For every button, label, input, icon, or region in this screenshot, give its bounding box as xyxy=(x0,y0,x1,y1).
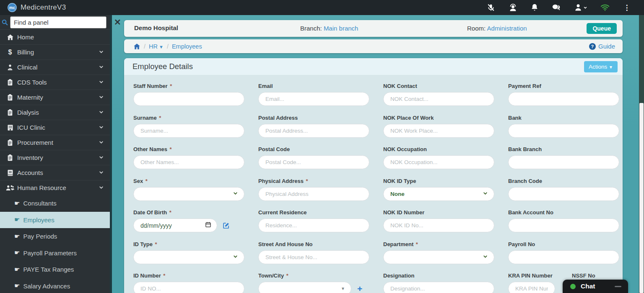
sidebar-subitem-payroll-parameters[interactable]: ☛Payroll Parameters xyxy=(0,245,110,262)
network-status-icon[interactable] xyxy=(600,3,610,12)
required-asterisk: * xyxy=(162,272,166,279)
scrollbar-thumb[interactable] xyxy=(639,103,644,293)
payroll-no-input[interactable] xyxy=(508,250,619,264)
chat-minimize-icon[interactable] xyxy=(615,286,621,287)
app-logo-icon: mc xyxy=(8,3,17,12)
field-date-of-birth: Date Of Birth *dd/mm/yyyy xyxy=(133,209,244,241)
breadcrumb: / HR▼ / Employees xyxy=(133,43,202,50)
town-city-select[interactable]: ▼ xyxy=(258,282,351,293)
designation-input[interactable] xyxy=(383,282,494,293)
postal-address-input[interactable] xyxy=(258,124,369,138)
nok-place-of-work-input[interactable] xyxy=(383,124,494,138)
vertical-scrollbar[interactable] xyxy=(639,15,644,293)
branch-info: Branch: Main branch xyxy=(300,25,358,32)
street-and-house-no-input[interactable] xyxy=(258,250,369,264)
other-names-input[interactable] xyxy=(133,155,244,169)
branch-code-input[interactable] xyxy=(508,187,619,201)
surname-input[interactable] xyxy=(133,124,244,138)
field-id-number: ID Number * xyxy=(133,272,244,293)
sidebar-subitem-pay-periods[interactable]: ☛Pay Periods xyxy=(0,228,110,245)
sidebar-item-label: Dialysis xyxy=(17,109,99,116)
field-label: Payroll No xyxy=(508,241,619,248)
guide-link[interactable]: ? Guide xyxy=(589,43,615,50)
hand-point-icon: ☛ xyxy=(14,200,20,207)
sidebar: Home$BillingClinicalCDS ToolsMaternityDi… xyxy=(0,15,110,293)
support-agent-icon[interactable] xyxy=(508,3,517,12)
payment-ref-input[interactable] xyxy=(508,92,619,106)
chevron-down-icon xyxy=(99,94,104,101)
id-number-input[interactable] xyxy=(133,282,244,293)
sidebar-item-clinical[interactable]: Clinical xyxy=(0,59,110,75)
field-label: Postal Code xyxy=(258,146,369,153)
sidebar-subitem-consultants[interactable]: ☛Consultants xyxy=(0,195,110,212)
chevron-down-icon xyxy=(99,64,104,71)
field-label: Other Names * xyxy=(133,146,244,153)
department-select[interactable] xyxy=(383,250,494,264)
breadcrumb-home-icon[interactable] xyxy=(133,43,140,50)
sidebar-item-label: Home xyxy=(17,33,104,41)
sidebar-nav: Home$BillingClinicalCDS ToolsMaternityDi… xyxy=(0,29,110,293)
sidebar-subitem-paye-tax-ranges[interactable]: ☛PAYE Tax Ranges xyxy=(0,261,110,278)
sidebar-item-maternity[interactable]: Maternity xyxy=(0,90,110,105)
current-residence-input[interactable] xyxy=(258,218,369,232)
sidebar-subitem-employees[interactable]: ☛Employees xyxy=(0,212,110,229)
sidebar-item-cds-tools[interactable]: CDS Tools xyxy=(0,75,110,90)
add-town-city-button[interactable]: + xyxy=(357,285,362,293)
kra-pin-number-input[interactable] xyxy=(508,282,555,293)
edit-date-icon[interactable] xyxy=(223,222,230,229)
actions-button[interactable]: Actions ▼ xyxy=(584,61,618,72)
main-content: ✕ Demo Hospital Branch: Main branch Room… xyxy=(110,15,644,293)
branch-link[interactable]: Main branch xyxy=(324,25,358,32)
bank-input[interactable] xyxy=(508,124,619,138)
room-link[interactable]: Administration xyxy=(487,25,527,32)
sidebar-item-procurement[interactable]: Procurement xyxy=(0,135,110,150)
employee-details-panel: Employee Details Actions ▼ Staff Number … xyxy=(124,58,623,293)
overflow-menu-icon[interactable]: ⋮ xyxy=(622,3,631,12)
physical-address-input[interactable] xyxy=(258,187,369,201)
nok-contact-input[interactable] xyxy=(383,92,494,106)
field-nok-place-of-work: NOK Place Of Work xyxy=(383,114,494,146)
email-input[interactable] xyxy=(258,92,369,106)
mic-muted-icon[interactable] xyxy=(486,3,496,12)
staff-number-input[interactable] xyxy=(133,92,244,106)
breadcrumb-item-hr[interactable]: HR▼ xyxy=(149,43,164,50)
breadcrumb-item-employees[interactable]: Employees xyxy=(172,43,202,50)
bank-branch-input[interactable] xyxy=(508,155,619,169)
field-label: Branch Code xyxy=(508,177,619,185)
field-label: Sex * xyxy=(133,177,244,185)
calendar-icon[interactable] xyxy=(205,221,211,229)
id-type-select[interactable] xyxy=(133,250,244,264)
field-kra-pin-number: KRA PIN Number xyxy=(508,272,555,293)
queue-button[interactable]: Queue xyxy=(587,23,617,34)
close-panel-icon[interactable]: ✕ xyxy=(114,17,121,27)
sidebar-subitem-salary-advances[interactable]: ☛Salary Advances xyxy=(0,278,110,293)
notifications-bell-icon[interactable] xyxy=(530,3,539,12)
nok-occupation-input[interactable] xyxy=(383,155,494,169)
bank-account-no-input[interactable] xyxy=(508,218,619,232)
field-other-names: Other Names * xyxy=(133,146,244,177)
nok-id-type-select[interactable]: None xyxy=(383,187,494,201)
search-input[interactable] xyxy=(10,16,106,28)
field-label: Email xyxy=(258,82,369,90)
field-current-residence: Current Residence xyxy=(258,209,369,241)
chat-widget[interactable]: Chat xyxy=(563,280,628,293)
postal-code-input[interactable] xyxy=(258,155,369,169)
sidebar-item-billing[interactable]: $Billing xyxy=(0,44,110,59)
sidebar-item-accounts[interactable]: Accounts xyxy=(0,165,110,180)
hand-point-icon: ☛ xyxy=(14,249,20,257)
sidebar-item-home[interactable]: Home xyxy=(0,29,110,44)
sidebar-item-inventory[interactable]: Inventory xyxy=(0,150,110,165)
sex-select[interactable] xyxy=(133,187,244,201)
sidebar-item-icu-clinic[interactable]: ICU Clinic xyxy=(0,120,110,135)
user-menu-icon[interactable] xyxy=(574,3,588,12)
sidebar-item-human-resource[interactable]: Human Resource xyxy=(0,180,110,195)
sidebar-item-dialysis[interactable]: Dialysis xyxy=(0,105,110,120)
messages-icon[interactable] xyxy=(552,3,561,12)
chevron-down-icon xyxy=(99,109,104,116)
date-of-birth-input[interactable]: dd/mm/yyyy xyxy=(133,218,217,232)
hospital-header-bar: Demo Hospital Branch: Main branch Room: … xyxy=(124,20,623,37)
field-label: Bank Account No xyxy=(508,209,619,216)
nok-id-number-input[interactable] xyxy=(383,218,494,232)
field-label: NOK Occupation xyxy=(383,146,494,153)
chevron-down-icon xyxy=(233,253,238,261)
